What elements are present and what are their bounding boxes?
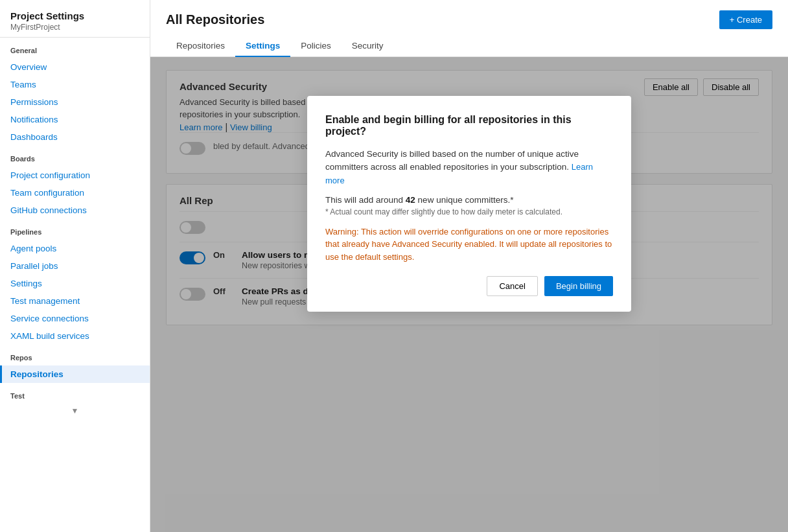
sidebar-item-project-configuration[interactable]: Project configuration [0, 167, 150, 184]
content-area: Enable all Disable all Advanced Security… [150, 57, 788, 532]
sidebar-section-general: General [0, 38, 150, 58]
sidebar-item-service-connections[interactable]: Service connections [0, 310, 150, 327]
sidebar-item-overview[interactable]: Overview [0, 58, 150, 76]
sidebar-section-repos: Repos [0, 345, 150, 365]
sidebar-item-permissions[interactable]: Permissions [0, 93, 150, 111]
modal-overlay: Enable and begin billing for all reposit… [150, 57, 788, 532]
sidebar-item-xaml-build-services[interactable]: XAML build services [0, 327, 150, 345]
sidebar-item-notifications[interactable]: Notifications [0, 111, 150, 128]
modal-warning: Warning: This action will override confi… [325, 226, 613, 264]
sidebar-item-github-connections[interactable]: GitHub connections [0, 202, 150, 219]
sidebar-item-dashboards[interactable]: Dashboards [0, 128, 150, 146]
create-button[interactable]: + Create [719, 10, 772, 29]
tab-policies[interactable]: Policies [290, 36, 342, 57]
sidebar-section-pipelines: Pipelines [0, 219, 150, 240]
main-content: All Repositories + Create Repositories S… [150, 0, 788, 532]
sidebar-section-boards: Boards [0, 146, 150, 167]
modal-title: Enable and begin billing for all reposit… [325, 114, 613, 137]
sidebar-header: Project Settings MyFirstProject [0, 0, 150, 38]
sidebar-subtitle: MyFirstProject [10, 23, 139, 32]
tab-security[interactable]: Security [342, 36, 394, 57]
modal-actions: Cancel Begin billing [325, 276, 613, 296]
tab-repositories[interactable]: Repositories [166, 36, 235, 57]
sidebar-item-repositories[interactable]: Repositories [0, 365, 150, 383]
sidebar-item-agent-pools[interactable]: Agent pools [0, 240, 150, 257]
modal-note: * Actual count may differ slightly due t… [325, 207, 613, 216]
cancel-button[interactable]: Cancel [487, 276, 537, 296]
sidebar-item-test-management[interactable]: Test management [0, 292, 150, 310]
sidebar-item-teams[interactable]: Teams [0, 76, 150, 93]
sidebar-section-test: Test [0, 383, 150, 404]
main-header: All Repositories + Create Repositories S… [150, 0, 788, 57]
sidebar: Project Settings MyFirstProject General … [0, 0, 150, 532]
begin-billing-button[interactable]: Begin billing [544, 276, 613, 296]
main-title-row: All Repositories + Create [166, 10, 772, 29]
modal-count: This will add around 42 new unique commi… [325, 195, 613, 205]
billing-modal: Enable and begin billing for all reposit… [307, 96, 631, 312]
app-container: Project Settings MyFirstProject General … [0, 0, 788, 532]
sidebar-title: Project Settings [10, 10, 139, 21]
tab-settings[interactable]: Settings [235, 36, 290, 57]
modal-body: Advanced Security is billed based on the… [325, 148, 613, 187]
sidebar-item-settings[interactable]: Settings [0, 275, 150, 292]
sidebar-item-parallel-jobs[interactable]: Parallel jobs [0, 257, 150, 275]
tabs-bar: Repositories Settings Policies Security [166, 36, 772, 56]
scroll-down-arrow: ▼ [0, 404, 150, 418]
page-title: All Repositories [166, 12, 264, 27]
sidebar-item-team-configuration[interactable]: Team configuration [0, 184, 150, 202]
